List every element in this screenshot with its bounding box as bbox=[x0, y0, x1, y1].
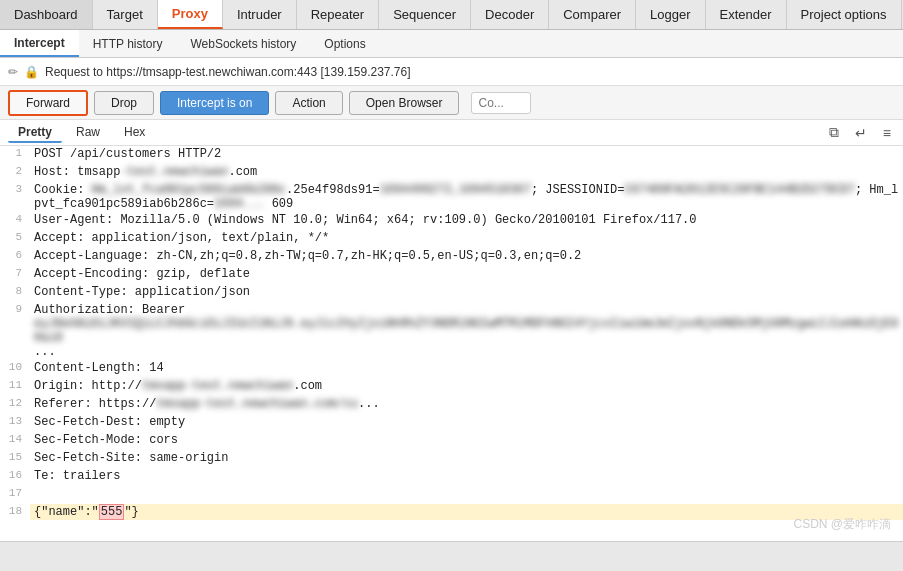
table-row: 5Accept: application/json, text/plain, *… bbox=[0, 230, 903, 248]
nav-repeater[interactable]: Repeater bbox=[297, 0, 379, 29]
line-content: Sec-Fetch-Dest: empty bbox=[30, 414, 903, 430]
edit-icon[interactable]: ✏ bbox=[8, 65, 18, 79]
subnav-intercept[interactable]: Intercept bbox=[0, 30, 79, 57]
line-number: 12 bbox=[0, 396, 30, 409]
table-row: 11Origin: http://tmsapp-test.newchiwan.c… bbox=[0, 378, 903, 396]
line-number: 8 bbox=[0, 284, 30, 297]
line-number: 1 bbox=[0, 146, 30, 159]
table-row: 15Sec-Fetch-Site: same-origin bbox=[0, 450, 903, 468]
subnav-http-history[interactable]: HTTP history bbox=[79, 30, 177, 57]
table-row: 7Accept-Encoding: gzip, deflate bbox=[0, 266, 903, 284]
line-content: Accept-Language: zh-CN,zh;q=0.8,zh-TW;q=… bbox=[30, 248, 903, 264]
line-number: 13 bbox=[0, 414, 30, 427]
watermark: CSDN @爱咋咋滴 bbox=[793, 516, 891, 533]
line-content: Content-Type: application/json bbox=[30, 284, 903, 300]
table-row: 8Content-Type: application/json bbox=[0, 284, 903, 302]
nav-decoder[interactable]: Decoder bbox=[471, 0, 549, 29]
open-browser-button[interactable]: Open Browser bbox=[349, 91, 460, 115]
nav-proxy[interactable]: Proxy bbox=[158, 0, 223, 29]
action-bar: Forward Drop Intercept is on Action Open… bbox=[0, 86, 903, 120]
info-bar: ✏ 🔒 Request to https://tmsapp-test.newch… bbox=[0, 58, 903, 86]
request-url: Request to https://tmsapp-test.newchiwan… bbox=[45, 65, 411, 79]
top-nav: Dashboard Target Proxy Intruder Repeater… bbox=[0, 0, 903, 30]
line-content: User-Agent: Mozilla/5.0 (Windows NT 10.0… bbox=[30, 212, 903, 228]
bottom-bar bbox=[0, 541, 903, 571]
wrap-icon[interactable]: ↵ bbox=[851, 123, 871, 143]
nav-logger[interactable]: Logger bbox=[636, 0, 705, 29]
nav-intruder[interactable]: Intruder bbox=[223, 0, 297, 29]
line-number: 10 bbox=[0, 360, 30, 373]
line-content: Accept-Encoding: gzip, deflate bbox=[30, 266, 903, 282]
forward-button[interactable]: Forward bbox=[8, 90, 88, 116]
subnav-websockets-history[interactable]: WebSockets history bbox=[176, 30, 310, 57]
tab-hex[interactable]: Hex bbox=[114, 123, 155, 143]
format-tabs: Pretty Raw Hex ⧉ ↵ ≡ bbox=[0, 120, 903, 146]
line-content: POST /api/customers HTTP/2 bbox=[30, 146, 903, 162]
tab-pretty[interactable]: Pretty bbox=[8, 123, 62, 143]
line-number: 14 bbox=[0, 432, 30, 445]
line-content: Referer: https://tmsapp-test.newchiwan.c… bbox=[30, 396, 903, 412]
line-content: Content-Length: 14 bbox=[30, 360, 903, 376]
table-row: 17 bbox=[0, 486, 903, 504]
line-number: 15 bbox=[0, 450, 30, 463]
more-icon[interactable]: ≡ bbox=[879, 123, 895, 143]
line-content: Authorization: Bearer eyJ0eXAiOiJKV1QiLC… bbox=[30, 302, 903, 360]
intercept-button[interactable]: Intercept is on bbox=[160, 91, 269, 115]
line-content: Sec-Fetch-Site: same-origin bbox=[30, 450, 903, 466]
table-row: 3Cookie: Hm_lvt_fca901pc589iab6b286c.25e… bbox=[0, 182, 903, 212]
table-row: 10Content-Length: 14 bbox=[0, 360, 903, 378]
nav-sequencer[interactable]: Sequencer bbox=[379, 0, 471, 29]
drop-button[interactable]: Drop bbox=[94, 91, 154, 115]
table-row: 14Sec-Fetch-Mode: cors bbox=[0, 432, 903, 450]
line-content: {"name":"555"} bbox=[30, 504, 903, 520]
line-number: 17 bbox=[0, 486, 30, 499]
table-row: 9Authorization: Bearer eyJ0eXAiOiJKV1QiL… bbox=[0, 302, 903, 360]
line-number: 18 bbox=[0, 504, 30, 517]
content-area[interactable]: 1POST /api/customers HTTP/22Host: tmsapp… bbox=[0, 146, 903, 541]
table-row: 18{"name":"555"} bbox=[0, 504, 903, 522]
copy-icon[interactable]: ⧉ bbox=[825, 122, 843, 143]
tab-raw[interactable]: Raw bbox=[66, 123, 110, 143]
table-row: 1POST /api/customers HTTP/2 bbox=[0, 146, 903, 164]
table-row: 6Accept-Language: zh-CN,zh;q=0.8,zh-TW;q… bbox=[0, 248, 903, 266]
line-content: Accept: application/json, text/plain, */… bbox=[30, 230, 903, 246]
line-number: 6 bbox=[0, 248, 30, 261]
line-content: Sec-Fetch-Mode: cors bbox=[30, 432, 903, 448]
line-number: 4 bbox=[0, 212, 30, 225]
sub-nav: Intercept HTTP history WebSockets histor… bbox=[0, 30, 903, 58]
line-number: 3 bbox=[0, 182, 30, 195]
line-content: Cookie: Hm_lvt_fca901pc589iab6b286c.25e4… bbox=[30, 182, 903, 212]
line-number: 9 bbox=[0, 302, 30, 315]
nav-project-options[interactable]: Project options bbox=[787, 0, 902, 29]
nav-dashboard[interactable]: Dashboard bbox=[0, 0, 93, 29]
table-row: 2Host: tmsapp-test.newchiwan.com bbox=[0, 164, 903, 182]
line-content: Host: tmsapp-test.newchiwan.com bbox=[30, 164, 903, 180]
table-row: 16Te: trailers bbox=[0, 468, 903, 486]
subnav-options[interactable]: Options bbox=[310, 30, 379, 57]
line-content: Te: trailers bbox=[30, 468, 903, 484]
line-number: 11 bbox=[0, 378, 30, 391]
line-number: 5 bbox=[0, 230, 30, 243]
table-row: 4User-Agent: Mozilla/5.0 (Windows NT 10.… bbox=[0, 212, 903, 230]
table-row: 13Sec-Fetch-Dest: empty bbox=[0, 414, 903, 432]
line-number: 2 bbox=[0, 164, 30, 177]
line-number: 16 bbox=[0, 468, 30, 481]
nav-target[interactable]: Target bbox=[93, 0, 158, 29]
line-number: 7 bbox=[0, 266, 30, 279]
table-row: 12Referer: https://tmsapp-test.newchiwan… bbox=[0, 396, 903, 414]
comment-input[interactable] bbox=[471, 92, 531, 114]
nav-comparer[interactable]: Comparer bbox=[549, 0, 636, 29]
line-content: Origin: http://tmsapp-test.newchiwan.com bbox=[30, 378, 903, 394]
line-content bbox=[30, 486, 903, 488]
action-button[interactable]: Action bbox=[275, 91, 342, 115]
lock-icon: 🔒 bbox=[24, 65, 39, 79]
nav-extender[interactable]: Extender bbox=[706, 0, 787, 29]
